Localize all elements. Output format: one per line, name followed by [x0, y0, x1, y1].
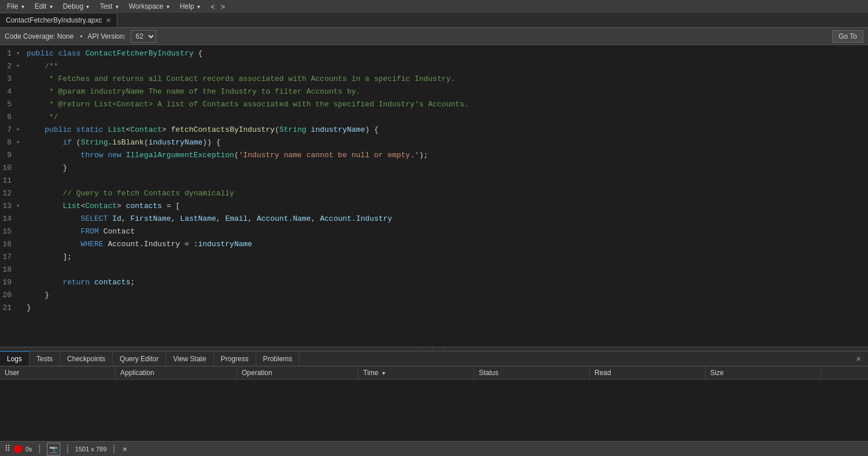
code-line-10: 10 }	[0, 162, 868, 175]
code-line-6: 6 */	[0, 111, 868, 124]
code-line-14: 14 SELECT Id, FirstName, LastName, Email…	[0, 213, 868, 225]
nav-forward-button[interactable]: >	[218, 2, 227, 11]
code-line-2: 2 ▾ /**	[0, 60, 868, 73]
editor-toolbar: Code Coverage: None ▾ API Version: 62 Go…	[0, 28, 868, 45]
logs-table-header: User Application Operation Time ▾ Status…	[0, 366, 868, 380]
record-button[interactable]	[14, 445, 22, 453]
camera-icon: 📷	[49, 446, 58, 454]
menu-debug[interactable]: Debug ▾	[58, 1, 94, 12]
col-status: Status	[474, 366, 590, 379]
tab-close-button[interactable]: ✕	[106, 17, 111, 24]
code-line-1: 1 ▾ public class ContactFetcherByIndustr…	[0, 47, 868, 60]
logs-table-body	[0, 380, 868, 441]
bottom-toolbar: ⠿ 0s | 📷 | 868 x 456 | ✕	[0, 441, 868, 456]
fold-arrow-1[interactable]: ▾	[16, 47, 24, 60]
menu-file[interactable]: File ▾	[2, 1, 29, 12]
goto-button[interactable]: Go To	[832, 30, 863, 43]
tab-contactfetcherbyindustry[interactable]: ContactFetcherByIndustry.apxc ✕	[0, 13, 117, 27]
code-coverage-dropdown-icon[interactable]: ▾	[79, 33, 83, 40]
col-size: Size	[706, 366, 821, 379]
menu-test[interactable]: Test ▾	[95, 1, 123, 12]
bottom-panel-close-icon[interactable]: ✕	[856, 354, 865, 364]
code-line-11: 11	[0, 175, 868, 187]
tab-bar: ContactFetcherByIndustry.apxc ✕	[0, 13, 868, 28]
code-line-20: 20 }	[0, 289, 868, 302]
code-line-15: 15 FROM Contact	[0, 225, 868, 238]
code-content: 1 ▾ public class ContactFetcherByIndustr…	[0, 45, 868, 347]
code-editor[interactable]: 1 ▾ public class ContactFetcherByIndustr…	[0, 45, 868, 347]
tab-label: ContactFetcherByIndustry.apxc	[6, 16, 102, 24]
time-display: 0s	[25, 446, 32, 453]
bottom-panel: Logs Tests Checkpoints Query Editor View…	[0, 351, 868, 441]
fold-arrow-8[interactable]: ▾	[16, 136, 24, 149]
col-time[interactable]: Time ▾	[359, 366, 474, 379]
col-application: Application	[116, 366, 237, 379]
tab-query-editor[interactable]: Query Editor	[113, 351, 166, 366]
code-line-19: 19 return contacts;	[0, 276, 868, 289]
code-line-9: 9 throw new IllegalArgumentException('In…	[0, 149, 868, 162]
code-line-12: 12 // Query to fetch Contacts dynamicall…	[0, 187, 868, 200]
menu-workspace[interactable]: Workspace ▾	[124, 1, 174, 12]
tab-checkpoints[interactable]: Checkpoints	[60, 351, 113, 366]
col-user: User	[0, 366, 116, 379]
panel-resizer[interactable]: · · ·	[0, 347, 868, 351]
fold-arrow-2[interactable]: ▾	[16, 60, 24, 73]
menu-edit[interactable]: Edit ▾	[30, 1, 57, 12]
code-line-3: 3 * Fetches and returns all Contact reco…	[0, 73, 868, 86]
api-version-label: API Version:	[87, 32, 125, 40]
close-bottom-toolbar-button[interactable]: ✕	[123, 444, 127, 454]
code-line-5: 5 * @return List<Contact> A list of Cont…	[0, 98, 868, 111]
grid-icon[interactable]: ⠿	[5, 444, 10, 454]
dimensions-display: 868 x 456	[75, 446, 106, 453]
code-coverage-label: Code Coverage: None	[5, 32, 73, 40]
fold-arrow-7[interactable]: ▾	[16, 124, 24, 136]
camera-button[interactable]: 📷	[47, 443, 60, 455]
code-line-18: 18	[0, 264, 868, 276]
menu-bar: File ▾ Edit ▾ Debug ▾ Test ▾ Workspace ▾…	[0, 0, 868, 13]
tab-tests[interactable]: Tests	[29, 351, 60, 366]
code-line-8: 8 ▾ if (String.isBlank(industryName)) {	[0, 136, 868, 149]
tab-progress[interactable]: Progress	[214, 351, 256, 366]
code-line-16: 16 WHERE Account.Industry = :industryNam…	[0, 238, 868, 251]
tab-problems[interactable]: Problems	[256, 351, 300, 366]
api-version-select[interactable]: 62	[131, 30, 156, 43]
menu-help[interactable]: Help ▾	[175, 1, 205, 12]
fold-arrow-13[interactable]: ▾	[16, 200, 24, 213]
code-line-21: 21 }	[0, 302, 868, 314]
col-operation: Operation	[237, 366, 359, 379]
code-line-7: 7 ▾ public static List<Contact> fetchCon…	[0, 124, 868, 136]
nav-back-button[interactable]: <	[208, 2, 217, 11]
code-line-4: 4 * @param industryName The name of the …	[0, 86, 868, 98]
tab-view-state[interactable]: View State	[166, 351, 213, 366]
col-read: Read	[590, 366, 706, 379]
code-line-13: 13 ▾ List<Contact> contacts = [	[0, 200, 868, 213]
code-line-17: 17 ];	[0, 251, 868, 264]
tab-logs[interactable]: Logs	[0, 351, 29, 366]
bottom-tab-bar: Logs Tests Checkpoints Query Editor View…	[0, 351, 868, 366]
